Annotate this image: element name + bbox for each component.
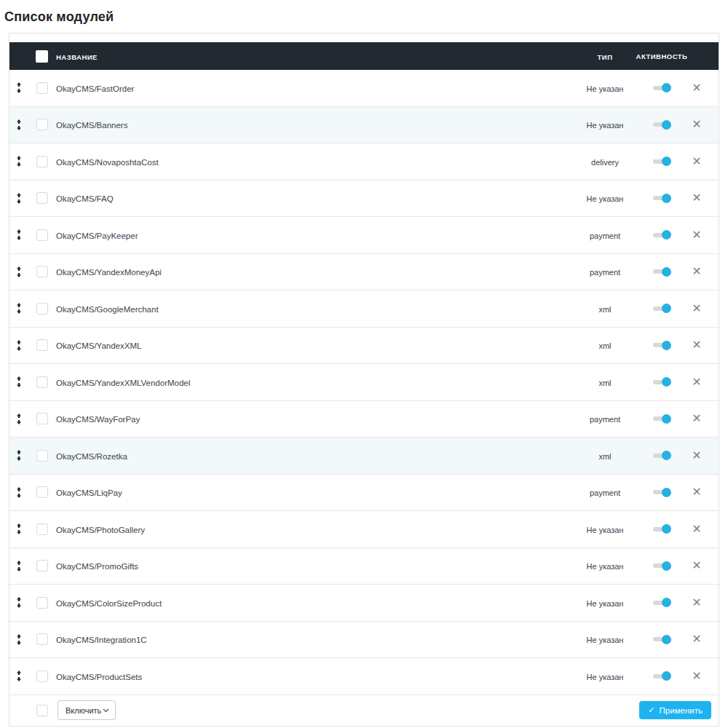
- table-body: OkayCMS/FastOrder Не указан ✕: [9, 70, 719, 695]
- row-checkbox[interactable]: [36, 82, 48, 94]
- delete-icon[interactable]: ✕: [692, 303, 701, 314]
- module-name: OkayCMS/ColorSizeProduct: [56, 599, 162, 608]
- module-name: OkayCMS/YandexXML: [56, 341, 141, 350]
- activity-toggle[interactable]: [653, 340, 671, 350]
- delete-icon[interactable]: ✕: [692, 633, 701, 645]
- module-name: OkayCMS/LiqPay: [56, 488, 122, 497]
- delete-icon[interactable]: ✕: [692, 192, 701, 204]
- drag-handle-icon[interactable]: [16, 156, 22, 167]
- table-row: OkayCMS/ProductSets Не указан ✕: [9, 658, 719, 695]
- delete-icon[interactable]: ✕: [692, 156, 701, 167]
- delete-icon[interactable]: ✕: [692, 450, 701, 462]
- delete-icon[interactable]: ✕: [692, 339, 701, 351]
- delete-icon[interactable]: ✕: [692, 82, 701, 94]
- delete-icon[interactable]: ✕: [692, 376, 701, 388]
- row-checkbox[interactable]: [36, 266, 48, 277]
- module-type: xml: [598, 341, 611, 350]
- row-checkbox[interactable]: [36, 450, 48, 462]
- activity-toggle[interactable]: [653, 157, 671, 167]
- module-type: Не указан: [587, 636, 624, 644]
- activity-toggle[interactable]: [653, 193, 671, 203]
- apply-button-label: Применить: [660, 706, 703, 715]
- drag-handle-icon[interactable]: [16, 303, 22, 314]
- drag-handle-icon[interactable]: [16, 487, 22, 498]
- table-row: OkayCMS/Rozetka xml ✕: [9, 438, 719, 475]
- row-checkbox[interactable]: [36, 119, 48, 130]
- drag-handle-icon[interactable]: [16, 450, 22, 461]
- drag-handle-icon[interactable]: [16, 597, 22, 608]
- row-checkbox[interactable]: [36, 303, 48, 314]
- row-checkbox[interactable]: [36, 670, 48, 682]
- drag-handle-icon[interactable]: [16, 414, 22, 424]
- row-checkbox[interactable]: [36, 339, 48, 351]
- drag-handle-icon[interactable]: [16, 340, 22, 351]
- activity-toggle[interactable]: [653, 598, 671, 608]
- footer-select-checkbox[interactable]: [36, 705, 48, 716]
- activity-toggle[interactable]: [653, 230, 671, 240]
- activity-toggle[interactable]: [653, 634, 671, 644]
- drag-handle-icon[interactable]: [16, 119, 22, 130]
- drag-handle-icon[interactable]: [16, 670, 22, 681]
- bulk-action-select[interactable]: Включить: [58, 700, 116, 720]
- activity-toggle[interactable]: [653, 414, 671, 424]
- row-checkbox[interactable]: [36, 523, 48, 535]
- activity-toggle[interactable]: [653, 524, 671, 534]
- delete-icon[interactable]: ✕: [692, 523, 701, 535]
- delete-icon[interactable]: ✕: [692, 266, 701, 277]
- drag-handle-icon[interactable]: [16, 634, 22, 645]
- row-checkbox[interactable]: [36, 229, 48, 241]
- row-checkbox[interactable]: [36, 156, 48, 167]
- chevron-down-icon: [103, 708, 109, 713]
- module-name: OkayCMS/YandexXMLVendorModel: [56, 379, 190, 387]
- drag-handle-icon[interactable]: [16, 561, 22, 571]
- delete-icon[interactable]: ✕: [692, 670, 701, 682]
- module-type: xml: [598, 305, 611, 314]
- table-row: OkayCMS/YandexXMLVendorModel xml ✕: [9, 364, 719, 401]
- delete-icon[interactable]: ✕: [692, 229, 701, 241]
- drag-handle-icon[interactable]: [16, 193, 22, 204]
- table-row: OkayCMS/PromoGifts Не указан ✕: [9, 548, 719, 585]
- activity-toggle[interactable]: [653, 561, 671, 571]
- drag-handle-icon[interactable]: [16, 82, 22, 93]
- row-checkbox[interactable]: [36, 413, 48, 424]
- activity-toggle[interactable]: [653, 83, 671, 93]
- apply-button[interactable]: ✓ Применить: [639, 701, 711, 719]
- module-type: Не указан: [587, 599, 624, 608]
- activity-toggle[interactable]: [653, 487, 671, 497]
- column-header-activity: АКТИВНОСТЬ: [636, 52, 688, 60]
- table-row: OkayCMS/PhotoGallery Не указан ✕: [9, 511, 719, 548]
- delete-icon[interactable]: ✕: [692, 597, 701, 609]
- activity-toggle[interactable]: [653, 451, 671, 461]
- activity-toggle[interactable]: [653, 377, 671, 387]
- module-type: Не указан: [587, 673, 624, 681]
- activity-toggle[interactable]: [653, 304, 671, 314]
- select-all-checkbox[interactable]: [36, 50, 48, 63]
- row-checkbox[interactable]: [36, 192, 48, 204]
- drag-handle-icon[interactable]: [16, 229, 22, 240]
- module-name: OkayCMS/YandexMoneyApi: [56, 268, 162, 277]
- table-footer: Включить ✓ Применить: [9, 695, 719, 726]
- module-name: OkayCMS/Rozetka: [56, 452, 127, 461]
- activity-toggle[interactable]: [653, 266, 671, 277]
- delete-icon[interactable]: ✕: [692, 486, 701, 498]
- page-title: Список модулей: [0, 0, 728, 25]
- delete-icon[interactable]: ✕: [692, 119, 701, 130]
- row-checkbox[interactable]: [36, 633, 48, 645]
- drag-handle-icon[interactable]: [16, 266, 22, 277]
- row-checkbox[interactable]: [36, 376, 48, 388]
- activity-toggle[interactable]: [653, 671, 671, 681]
- row-checkbox[interactable]: [36, 560, 48, 571]
- module-name: OkayCMS/FAQ: [56, 194, 114, 203]
- row-checkbox[interactable]: [36, 486, 48, 498]
- drag-handle-icon[interactable]: [16, 523, 22, 534]
- table-row: OkayCMS/WayForPay payment ✕: [9, 401, 719, 438]
- table-row: OkayCMS/NovaposhtaCost delivery ✕: [9, 143, 719, 181]
- drag-handle-icon[interactable]: [16, 376, 22, 387]
- table-header: НАЗВАНИЕ ТИП АКТИВНОСТЬ: [9, 42, 719, 70]
- module-type: Не указан: [587, 84, 624, 93]
- activity-toggle[interactable]: [653, 119, 671, 130]
- row-checkbox[interactable]: [36, 597, 48, 609]
- bulk-action-value: Включить: [66, 706, 101, 715]
- delete-icon[interactable]: ✕: [692, 413, 701, 424]
- delete-icon[interactable]: ✕: [692, 560, 701, 571]
